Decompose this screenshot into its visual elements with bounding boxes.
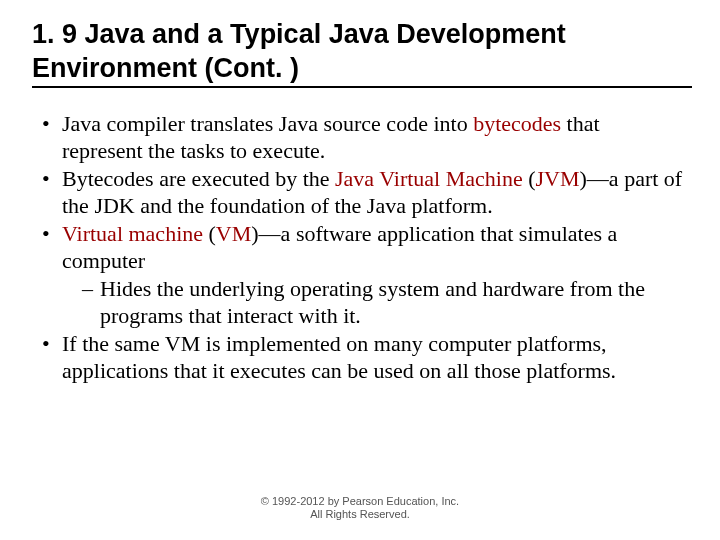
list-item: Virtual machine (VM)—a software applicat…	[40, 220, 684, 330]
term-jvm-full: Java Virtual Machine	[335, 166, 523, 191]
term-vm: VM	[216, 221, 251, 246]
bullet-list: Java compiler translates Java source cod…	[32, 110, 692, 385]
term-jvm: JVM	[536, 166, 580, 191]
footer: © 1992-2012 by Pearson Education, Inc. A…	[0, 495, 720, 523]
list-item: If the same VM is implemented on many co…	[40, 330, 684, 385]
list-item: Java compiler translates Java source cod…	[40, 110, 684, 165]
text: Bytecodes are executed by the	[62, 166, 335, 191]
sub-list-item: Hides the underlying operating system an…	[82, 275, 684, 330]
slide: 1. 9 Java and a Typical Java Development…	[0, 0, 720, 385]
slide-title: 1. 9 Java and a Typical Java Development…	[32, 18, 692, 88]
copyright-line: © 1992-2012 by Pearson Education, Inc.	[0, 495, 720, 509]
text: Hides the underlying operating system an…	[100, 276, 645, 329]
text: (	[523, 166, 536, 191]
term-bytecodes: bytecodes	[473, 111, 561, 136]
text: If the same VM is implemented on many co…	[62, 331, 616, 384]
sub-list: Hides the underlying operating system an…	[62, 275, 684, 330]
term-vm-full: Virtual machine	[62, 221, 203, 246]
list-item: Bytecodes are executed by the Java Virtu…	[40, 165, 684, 220]
text: (	[203, 221, 216, 246]
rights-line: All Rights Reserved.	[0, 508, 720, 522]
text: Java compiler translates Java source cod…	[62, 111, 473, 136]
